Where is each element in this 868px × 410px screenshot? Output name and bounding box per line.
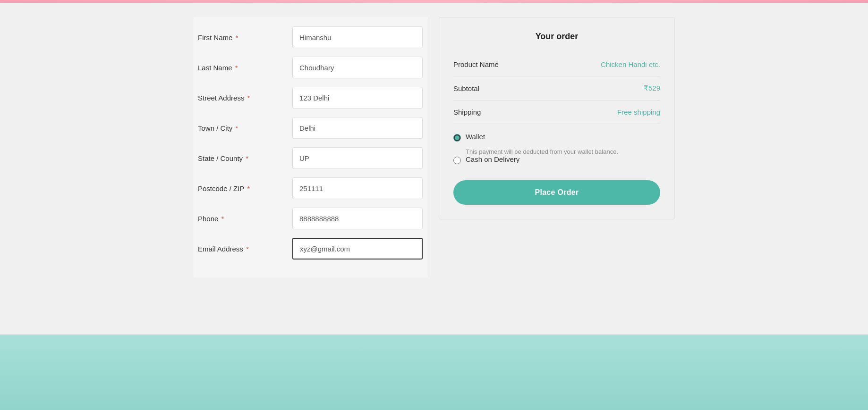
payment-option-row-cod: Cash on Delivery xyxy=(453,155,660,164)
subtotal-row: Subtotal ₹529 xyxy=(453,76,660,100)
input-phone[interactable] xyxy=(292,208,423,229)
subtotal-value: ₹529 xyxy=(644,84,660,92)
form-row-email-address: Email Address * xyxy=(198,238,423,259)
required-star: * xyxy=(244,245,249,253)
order-summary-section: Your order Product Name Chicken Handi et… xyxy=(439,17,675,219)
payment-option-row-wallet: Wallet xyxy=(453,133,660,142)
required-star: * xyxy=(233,33,238,42)
order-title: Your order xyxy=(453,32,660,42)
form-row-town-city: Town / City * xyxy=(198,117,423,139)
label-postcode-zip: Postcode / ZIP * xyxy=(198,184,292,192)
label-town-city: Town / City * xyxy=(198,124,292,132)
required-star: * xyxy=(245,94,250,102)
input-street-address[interactable] xyxy=(292,87,423,109)
input-last-name[interactable] xyxy=(292,57,423,78)
label-phone: Phone * xyxy=(198,215,292,223)
label-email-address: Email Address * xyxy=(198,245,292,253)
required-star: * xyxy=(245,184,250,192)
payment-option-wallet: WalletThis payment will be deducted from… xyxy=(453,133,660,155)
form-row-postcode-zip: Postcode / ZIP * xyxy=(198,177,423,199)
input-email-address[interactable] xyxy=(292,238,423,259)
billing-form-section: First Name *Last Name *Street Address *T… xyxy=(193,17,427,277)
bottom-decorative-bar xyxy=(0,335,868,410)
input-town-city[interactable] xyxy=(292,117,423,139)
shipping-label: Shipping xyxy=(453,108,481,116)
required-star: * xyxy=(219,215,224,223)
required-star: * xyxy=(233,124,238,132)
label-first-name: First Name * xyxy=(198,33,292,42)
main-content: First Name *Last Name *Street Address *T… xyxy=(174,3,694,292)
label-last-name: Last Name * xyxy=(198,64,292,72)
form-row-street-address: Street Address * xyxy=(198,87,423,109)
shipping-row: Shipping Free shipping xyxy=(453,100,660,124)
required-star: * xyxy=(233,64,238,72)
product-value: Chicken Handi etc. xyxy=(601,60,660,68)
payment-radio-wallet[interactable] xyxy=(453,134,461,142)
form-row-last-name: Last Name * xyxy=(198,57,423,78)
payment-option-cod: Cash on Delivery xyxy=(453,155,660,164)
label-state-county: State / County * xyxy=(198,154,292,162)
form-row-state-county: State / County * xyxy=(198,147,423,169)
payment-section: WalletThis payment will be deducted from… xyxy=(453,124,660,164)
form-row-first-name: First Name * xyxy=(198,26,423,48)
required-star: * xyxy=(244,154,248,162)
input-state-county[interactable] xyxy=(292,147,423,169)
payment-label-cod: Cash on Delivery xyxy=(466,155,519,163)
label-street-address: Street Address * xyxy=(198,94,292,102)
shipping-value: Free shipping xyxy=(617,108,660,116)
payment-label-wallet: Wallet xyxy=(466,133,485,141)
payment-radio-cod[interactable] xyxy=(453,157,461,164)
input-first-name[interactable] xyxy=(292,26,423,48)
form-row-phone: Phone * xyxy=(198,208,423,229)
product-label: Product Name xyxy=(453,60,499,68)
subtotal-label: Subtotal xyxy=(453,84,479,92)
product-row: Product Name Chicken Handi etc. xyxy=(453,53,660,76)
input-postcode-zip[interactable] xyxy=(292,177,423,199)
payment-desc-wallet: This payment will be deducted from your … xyxy=(466,148,660,155)
place-order-button[interactable]: Place Order xyxy=(453,180,660,205)
